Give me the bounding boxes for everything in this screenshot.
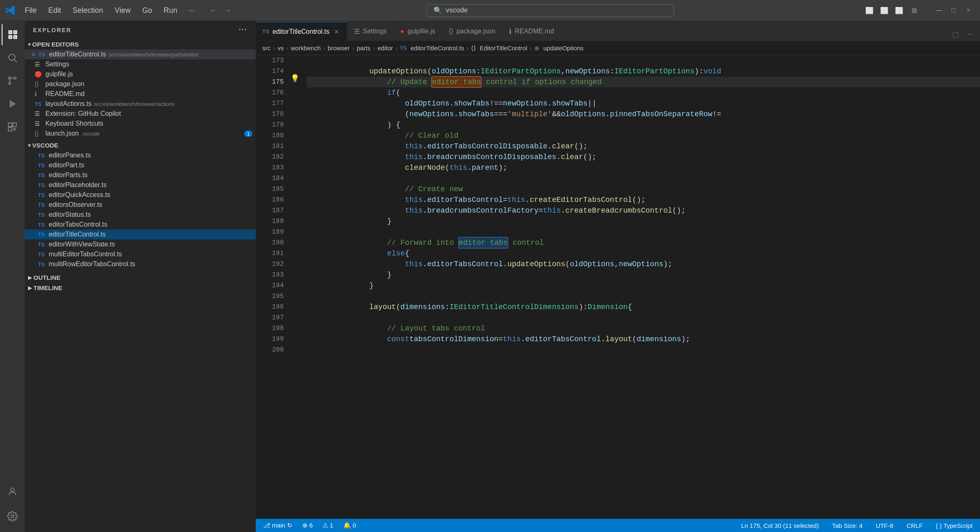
breadcrumb-class[interactable]: EditorTitleControl: [480, 45, 527, 52]
lightbulb-icon[interactable]: 💡: [290, 73, 299, 84]
menu-selection[interactable]: Selection: [68, 5, 108, 16]
tab-gulpfile[interactable]: ● gulpfile.js: [394, 22, 442, 41]
vscode-file-editorPanes[interactable]: TS editorPanes.ts: [25, 150, 256, 160]
notifications-status[interactable]: 🔔 0: [341, 521, 359, 530]
encoding-status[interactable]: UTF-8: [873, 521, 896, 530]
menu-run[interactable]: Run: [159, 5, 182, 16]
ts-icon-observer: TS: [38, 202, 46, 208]
titlebar-menu: File Edit Selection View Go Run ···: [20, 5, 200, 16]
tab-close-button[interactable]: ✕: [333, 28, 340, 35]
code-line-189: [307, 227, 980, 237]
vscode-file-editorParts[interactable]: TS editorParts.ts: [25, 170, 256, 180]
breadcrumb-workbench[interactable]: workbench: [291, 45, 321, 52]
vscode-file-editorTitleControl[interactable]: TS editorTitleControl.ts: [25, 230, 256, 239]
vscode-file-editorTabsControl[interactable]: TS editorTabsControl.ts: [25, 220, 256, 230]
open-editor-editorTitleControl[interactable]: ✕ TS editorTitleControl.ts src/vs/workbe…: [25, 49, 256, 59]
vscode-file-multiEditorTabs[interactable]: TS multiEditorTabsControl.ts: [25, 249, 256, 259]
tab-editorTitleControl[interactable]: TS editorTitleControl.ts ✕: [256, 22, 347, 41]
breadcrumb-browser[interactable]: browser: [328, 45, 350, 52]
code-content[interactable]: updateOptions(oldOptions: IEditorPartOpt…: [304, 55, 980, 519]
timeline-header[interactable]: ▶ TIMELINE: [25, 283, 256, 293]
code-line-177: oldOptions.showTabs !== newOptions.showT…: [307, 98, 980, 109]
window-controls: ⬜ ⬜ ⬜ ⊞ — □ ×: [863, 4, 975, 17]
menu-view[interactable]: View: [110, 5, 136, 16]
minimize-button[interactable]: —: [932, 4, 945, 17]
cursor-position[interactable]: Ln 175, Col 30 (11 selected): [739, 521, 821, 530]
open-editor-gulpfile[interactable]: 🔴 gulpfile.js: [25, 69, 256, 79]
activity-search[interactable]: [2, 47, 23, 68]
activity-extensions[interactable]: [2, 116, 23, 138]
open-editor-settings[interactable]: ☰ Settings: [25, 59, 256, 69]
breadcrumb-parts[interactable]: parts: [357, 45, 370, 52]
warnings-status[interactable]: ⚠ 1: [320, 521, 336, 530]
maximize-button[interactable]: □: [947, 4, 960, 17]
close-button[interactable]: ×: [962, 4, 975, 17]
breadcrumb-src[interactable]: src: [262, 45, 271, 52]
language-mode-status[interactable]: { } TypeScript: [933, 521, 975, 530]
breadcrumb-ts-icon: TS: [400, 45, 407, 51]
open-editor-keyboard[interactable]: ☰ Keyboard Shortcuts: [25, 119, 256, 129]
split-editor-button[interactable]: ⬚: [949, 28, 962, 41]
open-editor-readmemd[interactable]: ℹ README.md: [25, 89, 256, 99]
search-box[interactable]: 🔍 vscode: [426, 4, 674, 17]
errors-status[interactable]: ⊗ 6: [300, 521, 316, 530]
sidebar-toggle-button[interactable]: ⬜: [863, 4, 876, 17]
menu-file[interactable]: File: [20, 5, 42, 16]
code-line-193: }: [307, 270, 980, 280]
vscode-section-header[interactable]: ▾ VSCODE: [25, 140, 256, 150]
tab-size-status[interactable]: Tab Size: 4: [829, 521, 865, 530]
tab-settings[interactable]: ☰ Settings: [347, 22, 394, 41]
vscode-file-editorPart[interactable]: TS editorPart.ts: [25, 160, 256, 170]
line-ending-status[interactable]: CRLF: [904, 521, 925, 530]
ln-181: 181: [256, 141, 284, 152]
breadcrumb-editor[interactable]: editor: [377, 45, 393, 52]
more-tab-actions-button[interactable]: ···: [964, 28, 977, 41]
vscode-file-multiRowEditorTabs[interactable]: TS multiRowEditorTabsControl.ts: [25, 259, 256, 269]
menu-more[interactable]: ···: [184, 5, 200, 16]
ln-189: 189: [256, 227, 284, 237]
activity-settings[interactable]: [2, 506, 23, 527]
vscode-file-editorPlaceholder[interactable]: TS editorPlaceholder.ts: [25, 180, 256, 190]
panel-toggle-button[interactable]: ⬜: [878, 4, 891, 17]
ts-icon-tabscontrol: TS: [38, 222, 46, 228]
menu-go[interactable]: Go: [137, 5, 157, 16]
breadcrumb-method[interactable]: updateOptions: [543, 45, 584, 52]
line-ending-display: CRLF: [907, 522, 923, 529]
back-button[interactable]: ←: [207, 4, 220, 17]
vscode-file-editorQuickAccess[interactable]: TS editorQuickAccess.ts: [25, 190, 256, 200]
svg-point-14: [11, 515, 14, 518]
outline-header[interactable]: ▶ OUTLINE: [25, 272, 256, 283]
code-line-173: [307, 55, 980, 66]
breadcrumb-vs[interactable]: vs: [278, 45, 284, 52]
file-name-readmemd: README.md: [45, 90, 85, 98]
ts-icon-multitabs: TS: [38, 251, 46, 258]
main-layout: EXPLORER ··· ▾ OPEN EDITORS ✕ TS editorT…: [0, 21, 980, 532]
menu-edit[interactable]: Edit: [43, 5, 66, 16]
vscode-file-editorsObserver[interactable]: TS editorsObserver.ts: [25, 200, 256, 210]
activity-explorer[interactable]: [2, 24, 23, 45]
tab-packagejson[interactable]: {} package.json: [442, 22, 502, 41]
customize-layout-button[interactable]: ⊞: [907, 4, 921, 17]
activity-account[interactable]: [2, 481, 23, 502]
branch-status[interactable]: ⎇ main ↻: [261, 521, 295, 530]
open-editors-header[interactable]: ▾ OPEN EDITORS: [25, 39, 256, 49]
vscode-file-editorStatus[interactable]: TS editorStatus.ts: [25, 210, 256, 220]
file-name-editorParts: editorParts.ts: [49, 171, 87, 179]
tab-readme[interactable]: ℹ README.md: [502, 22, 561, 41]
forward-button[interactable]: →: [221, 4, 235, 17]
errors-display: ⊗ 6: [302, 522, 313, 529]
vscode-file-editorWithViewState[interactable]: TS editorWithViewState.ts: [25, 239, 256, 249]
open-editor-layoutActions[interactable]: TS layoutActions.ts src/vs/workbench/bro…: [25, 99, 256, 109]
tab-gulp-icon: ●: [400, 28, 405, 35]
open-editor-copilot[interactable]: ☰ Extension: GitHub Copilot: [25, 109, 256, 119]
open-editor-launchjson[interactable]: {} launch.json .vscode 1: [25, 129, 256, 138]
open-editor-packagejson[interactable]: {} package.json: [25, 79, 256, 89]
breadcrumb-class-icon: ⟨⟩: [471, 45, 476, 52]
breadcrumb-file[interactable]: editorTitleControl.ts: [410, 45, 464, 52]
activity-source-control[interactable]: [2, 70, 23, 91]
panel-right-button[interactable]: ⬜: [893, 4, 906, 17]
sidebar-more-button[interactable]: ···: [239, 26, 247, 34]
ln-184: 184: [256, 173, 284, 184]
close-file-icon[interactable]: ✕: [31, 52, 36, 58]
activity-run-debug[interactable]: [2, 93, 23, 115]
